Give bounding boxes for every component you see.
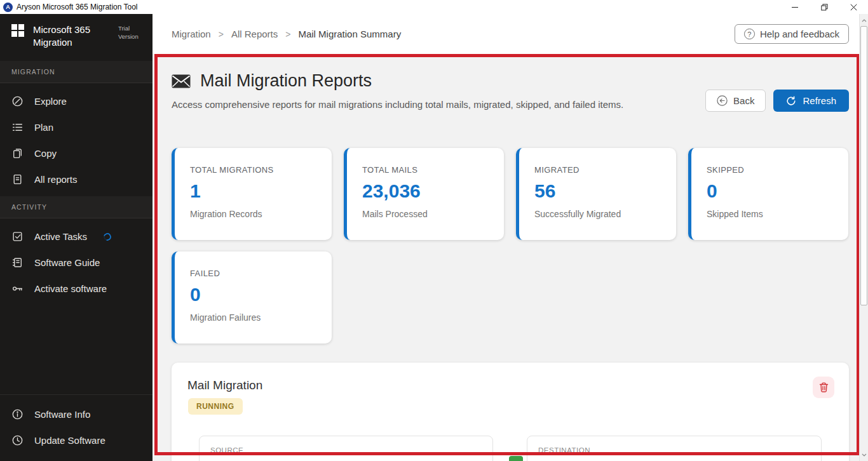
sidebar-item-label: Update Software <box>34 435 105 446</box>
report-content: Mail Migration Reports Access comprehens… <box>153 54 859 461</box>
window-title: Aryson Microsoft 365 Migration Tool <box>17 3 138 11</box>
scroll-down-arrow-icon[interactable] <box>860 450 868 460</box>
sidebar-item-label: Software Guide <box>34 257 100 268</box>
grid-logo-icon <box>11 23 25 37</box>
stat-sublabel: Migration Failures <box>190 312 316 323</box>
stat-card-total-migrations: TOTAL MIGRATIONS 1 Migration Records <box>172 148 332 240</box>
sidebar-item-copy[interactable]: Copy <box>0 140 153 166</box>
stat-label: TOTAL MIGRATIONS <box>190 165 316 175</box>
stat-sublabel: Mails Processed <box>362 209 489 219</box>
breadcrumb-current: Mail Migration Summary <box>298 29 401 39</box>
stat-label: SKIPPED <box>707 165 833 175</box>
sidebar-item-label: Plan <box>34 122 53 133</box>
chevron-right-icon: > <box>285 29 290 39</box>
stat-value: 56 <box>534 180 661 202</box>
plan-list-icon <box>11 121 24 133</box>
help-button-label: Help and feedback <box>760 29 839 39</box>
stat-value: 0 <box>707 180 833 202</box>
stat-value: 0 <box>190 284 316 305</box>
compass-icon <box>11 95 24 107</box>
trial-version-badge: Trial Version <box>118 23 145 41</box>
sidebar-header: Microsoft 365 Migration Trial Version <box>0 14 153 57</box>
stat-card-total-mails: TOTAL MAILS 23,036 Mails Processed <box>344 148 504 240</box>
app-logo-icon: A <box>3 3 13 12</box>
stat-card-skipped: SKIPPED 0 Skipped Items <box>688 148 848 240</box>
guide-notebook-icon <box>11 257 24 269</box>
sidebar-item-label: Copy <box>34 148 57 159</box>
section-label-migration: MIGRATION <box>0 61 153 83</box>
title-bar: A Aryson Microsoft 365 Migration Tool <box>0 0 868 14</box>
scroll-up-arrow-icon[interactable] <box>860 15 868 25</box>
app-title: Microsoft 365 Migration <box>33 23 104 48</box>
minimize-icon <box>792 4 798 10</box>
copy-icon <box>11 147 24 159</box>
refresh-button[interactable]: Refresh <box>773 90 849 112</box>
source-field[interactable]: SOURCE <box>199 436 493 461</box>
chevron-right-icon: > <box>219 29 224 39</box>
refresh-icon <box>786 96 796 106</box>
close-icon <box>850 4 857 11</box>
status-badge: RUNNING <box>188 398 243 415</box>
page-description: Access comprehensive reports for mail mi… <box>172 99 623 110</box>
sidebar-item-label: Explore <box>34 96 67 107</box>
key-icon <box>11 283 24 295</box>
top-bar: Migration > All Reports > Mail Migration… <box>153 14 859 54</box>
breadcrumb-migration[interactable]: Migration <box>172 29 211 39</box>
restore-icon <box>821 4 828 11</box>
page-title: Mail Migration Reports <box>200 71 372 91</box>
refresh-button-label: Refresh <box>803 95 836 106</box>
question-circle-icon: ? <box>744 29 755 39</box>
sidebar-item-software-guide[interactable]: Software Guide <box>0 250 153 276</box>
stat-cards: TOTAL MIGRATIONS 1 Migration Records TOT… <box>172 148 849 344</box>
report-header: Mail Migration Reports Access comprehens… <box>172 71 623 110</box>
section-label-activity: ACTIVITY <box>0 196 153 218</box>
report-document-icon <box>11 173 24 185</box>
destination-label: DESTINATION <box>538 446 810 454</box>
stat-value: 23,036 <box>362 180 489 202</box>
close-button[interactable] <box>839 0 868 14</box>
sidebar-item-label: Activate software <box>34 283 107 294</box>
migration-card-title: Mail Migration <box>187 378 262 392</box>
stat-value: 1 <box>190 180 316 202</box>
stat-sublabel: Migration Records <box>190 209 316 219</box>
stat-label: TOTAL MAILS <box>362 165 489 175</box>
sidebar-item-all-reports[interactable]: All reports <box>0 166 153 192</box>
restore-button[interactable] <box>810 0 839 14</box>
sidebar-item-plan[interactable]: Plan <box>0 114 153 140</box>
vertical-scrollbar[interactable] <box>859 14 868 461</box>
mail-envelope-icon <box>172 74 191 88</box>
checkbox-icon <box>11 230 24 243</box>
clock-icon <box>11 434 24 446</box>
stat-card-migrated: MIGRATED 56 Successfully Migrated <box>516 148 676 240</box>
sidebar-item-update-software[interactable]: Update Software <box>0 427 153 453</box>
stat-label: FAILED <box>190 269 316 278</box>
breadcrumb: Migration > All Reports > Mail Migration… <box>172 29 401 39</box>
sidebar-item-label: Active Tasks <box>34 231 87 242</box>
mail-migration-card: Mail Migration RUNNING SOURCE DESTINATIO… <box>172 363 849 461</box>
scrollbar-thumb[interactable] <box>860 26 867 305</box>
trash-icon <box>818 382 829 393</box>
breadcrumb-all-reports[interactable]: All Reports <box>231 29 278 39</box>
stat-sublabel: Skipped Items <box>707 209 833 219</box>
source-destination-connector <box>509 456 523 461</box>
sidebar-item-explore[interactable]: Explore <box>0 88 153 114</box>
stat-card-failed: FAILED 0 Migration Failures <box>172 251 332 344</box>
sidebar-item-active-tasks[interactable]: Active Tasks <box>0 224 153 250</box>
sidebar-item-software-info[interactable]: Software Info <box>0 401 153 427</box>
sidebar-item-label: Software Info <box>34 409 90 420</box>
minimize-button[interactable] <box>780 0 810 14</box>
arrow-left-circle-icon <box>717 95 728 106</box>
sidebar-item-activate-software[interactable]: Activate software <box>0 276 153 302</box>
help-and-feedback-button[interactable]: ? Help and feedback <box>735 24 849 44</box>
back-button-label: Back <box>733 95 754 106</box>
info-icon <box>11 408 24 420</box>
source-label: SOURCE <box>210 446 482 454</box>
loading-spinner-icon <box>102 231 112 241</box>
delete-migration-button[interactable] <box>813 377 834 398</box>
destination-field[interactable]: DESTINATION <box>527 436 822 461</box>
sidebar-item-label: All reports <box>34 174 78 185</box>
sidebar: Microsoft 365 Migration Trial Version MI… <box>0 14 153 461</box>
back-button[interactable]: Back <box>705 90 766 112</box>
stat-sublabel: Successfully Migrated <box>534 209 661 219</box>
stat-label: MIGRATED <box>534 165 661 175</box>
